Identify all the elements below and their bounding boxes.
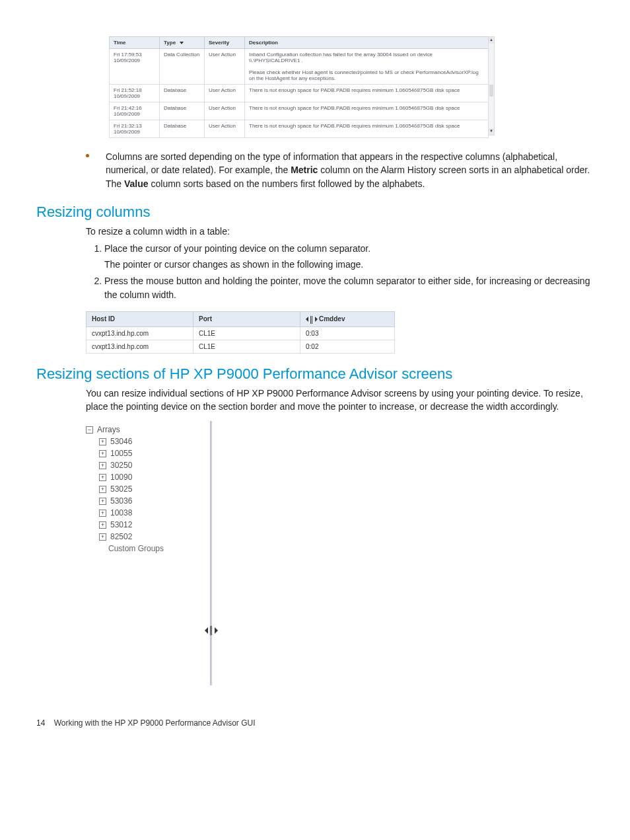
section-divider[interactable] [210, 421, 212, 685]
cmddev-label: Cmddev [319, 315, 345, 323]
cell-severity: User Action [205, 49, 245, 85]
cell-time: Fri 17:59:53 10/09/2009 [110, 49, 160, 85]
tree-node-label: 53025 [110, 484, 132, 494]
cell-type: Database [160, 85, 205, 102]
figure-tree-resize: − Arrays +53046 +10055 +30250 +10090 +53… [86, 421, 594, 685]
cell-type: Data Collection [160, 49, 205, 85]
tree-node[interactable]: +10055 [99, 449, 206, 458]
cell-description: There is not enough space for PADB.PADB … [245, 120, 489, 138]
heading-resizing-columns: Resizing columns [36, 204, 594, 221]
tree-node[interactable]: +53025 [99, 484, 206, 494]
sort-note: Columns are sorted depending on the type… [86, 150, 594, 190]
tree-node[interactable]: +53046 [99, 437, 206, 446]
expand-icon[interactable]: + [99, 438, 106, 445]
tree-node-label: 53012 [110, 520, 132, 529]
tree-node[interactable]: +53036 [99, 496, 206, 506]
cell-severity: User Action [205, 102, 245, 120]
cell-port: CL1E [193, 340, 300, 353]
tree-node[interactable]: +53012 [99, 520, 206, 529]
host-table: Host ID Port Cmddev cvxpt13.ind.hp.com C… [86, 311, 395, 353]
scroll-thumb[interactable] [489, 85, 493, 96]
tree-root-label: Arrays [97, 425, 120, 434]
cell-time: Fri 21:42:16 10/09/2009 [110, 102, 160, 120]
col-time[interactable]: Time [110, 37, 160, 49]
expand-icon[interactable]: + [99, 474, 106, 481]
column-resize-cursor-icon[interactable] [306, 317, 318, 323]
cell-severity: User Action [205, 85, 245, 102]
tree-node-label: 10055 [110, 449, 132, 458]
expand-icon[interactable]: + [99, 462, 106, 469]
tree-node[interactable]: +30250 [99, 461, 206, 470]
tree-node[interactable]: +10090 [99, 473, 206, 482]
page-number: 14 [36, 718, 45, 728]
cell-type: Database [160, 120, 205, 138]
tree-node-label: 53036 [110, 496, 132, 506]
text: column sorts based on the numbers first … [149, 178, 425, 189]
table-row: Fri 21:32:13 10/09/2009 Database User Ac… [110, 120, 489, 138]
collapse-icon[interactable]: − [86, 426, 93, 434]
scroll-down-icon[interactable]: ▼ [489, 128, 494, 135]
scrollbar[interactable]: ▲ ▼ [488, 36, 495, 135]
tree-node-label: 10090 [110, 473, 132, 482]
metric-label: Metric [291, 165, 318, 175]
figure-event-table: Time Type Severity Description Fri 17:59… [36, 36, 594, 138]
step-text: Press the mouse button and holding the p… [104, 276, 590, 300]
cell-host: cvxpt13.ind.hp.com [87, 326, 193, 340]
step-2: Press the mouse button and holding the p… [104, 274, 594, 302]
cell-cmd: 0:02 [300, 340, 395, 353]
nav-tree: − Arrays +53046 +10055 +30250 +10090 +53… [86, 421, 206, 685]
tree-node[interactable]: +10038 [99, 508, 206, 517]
col-cmddev[interactable]: Cmddev [300, 312, 395, 326]
value-label: Value [124, 178, 149, 189]
tree-node-label: 10038 [110, 508, 132, 517]
intro-text: To resize a column width in a table: [86, 225, 594, 238]
expand-icon[interactable]: + [99, 521, 106, 529]
scroll-up-icon[interactable]: ▲ [489, 37, 494, 44]
col-description[interactable]: Description [245, 37, 489, 49]
col-severity[interactable]: Severity [205, 37, 245, 49]
cell-host: cvxpt13.ind.hp.com [87, 340, 193, 353]
table-row: cvxpt13.ind.hp.com CL1E 0:02 [87, 340, 395, 353]
footer-title: Working with the HP XP P9000 Performance… [54, 718, 256, 728]
table-row: Fri 21:42:16 10/09/2009 Database User Ac… [110, 102, 489, 120]
page-footer: 14 Working with the HP XP P9000 Performa… [36, 718, 594, 728]
cell-time: Fri 21:52:18 10/09/2009 [110, 85, 160, 102]
step-subtext: The pointer or cursor changes as shown i… [104, 258, 594, 272]
table-row: Fri 17:59:53 10/09/2009 Data Collection … [110, 49, 489, 85]
heading-resizing-sections: Resizing sections of HP XP P9000 Perform… [36, 365, 594, 383]
table-row: Fri 21:52:18 10/09/2009 Database User Ac… [110, 85, 489, 102]
cell-cmd: 0:03 [300, 326, 395, 340]
resize-steps: Place the cursor of your pointing device… [86, 242, 594, 302]
event-table: Time Type Severity Description Fri 17:59… [109, 36, 489, 138]
expand-icon[interactable]: + [99, 486, 106, 493]
resize-sections-text: You can resize individual sections of HP… [86, 387, 594, 414]
expand-icon[interactable]: + [99, 510, 106, 517]
cell-port: CL1E [193, 326, 300, 340]
cell-severity: User Action [205, 120, 245, 138]
step-1: Place the cursor of your pointing device… [104, 242, 594, 272]
tree-root-arrays[interactable]: − Arrays [86, 425, 206, 434]
sort-note-list: Columns are sorted depending on the type… [86, 150, 594, 190]
col-type[interactable]: Type [160, 37, 205, 49]
cell-description: There is not enough space for PADB.PADB … [245, 102, 489, 120]
tree-node-label: 82502 [110, 532, 132, 541]
expand-icon[interactable]: + [99, 533, 106, 541]
cell-description: Inband Configuration collection has fail… [245, 49, 489, 85]
tree-leaf-custom-groups[interactable]: Custom Groups [108, 544, 206, 553]
expand-icon[interactable]: + [99, 498, 106, 505]
section-resize-cursor-icon[interactable] [207, 627, 216, 635]
expand-icon[interactable]: + [99, 450, 106, 457]
tree-node-label: 53046 [110, 437, 132, 446]
cell-time: Fri 21:32:13 10/09/2009 [110, 120, 160, 138]
cell-type: Database [160, 102, 205, 120]
cell-description: There is not enough space for PADB.PADB … [245, 85, 489, 102]
tree-node[interactable]: +82502 [99, 532, 206, 541]
document-page: Time Type Severity Description Fri 17:59… [0, 0, 630, 747]
table-row: cvxpt13.ind.hp.com CL1E 0:03 [87, 326, 395, 340]
tree-node-label: 30250 [110, 461, 132, 470]
step-text: Place the cursor of your pointing device… [104, 243, 370, 254]
col-host-id[interactable]: Host ID [87, 312, 193, 326]
col-port[interactable]: Port [193, 312, 300, 326]
